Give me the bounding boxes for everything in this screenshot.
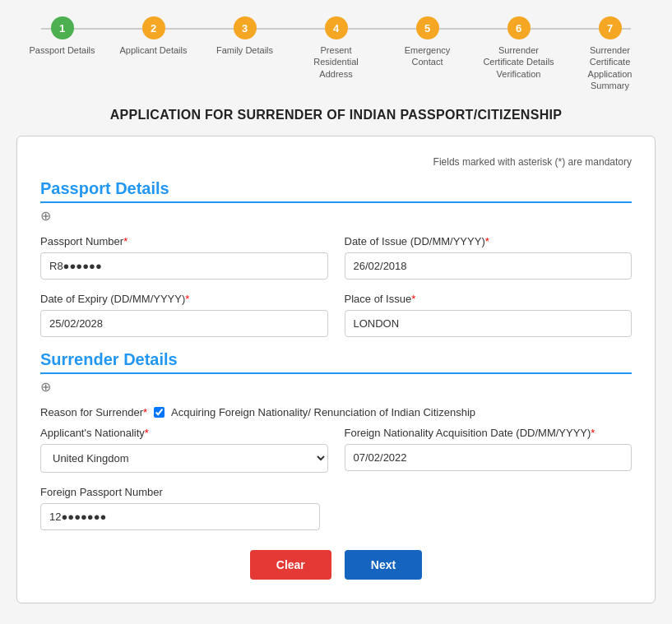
date-of-issue-label: Date of Issue (DD/MM/YYYY)* <box>345 235 633 247</box>
step-4[interactable]: 4 Present Residential Address <box>290 16 382 80</box>
step-6[interactable]: 6 Surrender Certificate Details Verifica… <box>473 16 564 80</box>
applicant-nationality-group: Applicant's Nationality* United Kingdom … <box>40 427 328 473</box>
form-container: Fields marked with asterisk (*) are mand… <box>16 136 656 603</box>
clear-button[interactable]: Clear <box>250 550 331 580</box>
reason-label: Reason for Surrender* <box>40 406 147 418</box>
step-circle-5: 5 <box>416 16 439 39</box>
applicant-nationality-label: Applicant's Nationality* <box>40 427 328 439</box>
step-label-3: Family Details <box>216 44 273 56</box>
reason-checkbox-label: Acquiring Foreign Nationality/ Renunciat… <box>171 406 475 418</box>
step-label-7: Surrender Certificate Application Summar… <box>573 44 647 91</box>
step-circle-7: 7 <box>599 16 622 39</box>
button-row: Clear Next <box>40 550 632 580</box>
step-circle-1: 1 <box>51 16 74 39</box>
step-label-2: Applicant Details <box>120 44 188 56</box>
step-circle-2: 2 <box>142 16 165 39</box>
page-title: APPLICATION FOR SURRENDER OF INDIAN PASS… <box>16 108 656 122</box>
step-3[interactable]: 3 Family Details <box>199 16 290 56</box>
step-1[interactable]: 1 Passport Details <box>16 16 108 56</box>
next-button[interactable]: Next <box>345 550 422 580</box>
step-2[interactable]: 2 Applicant Details <box>108 16 199 56</box>
reason-checkbox-row: Acquiring Foreign Nationality/ Renunciat… <box>154 406 475 418</box>
step-circle-4: 4 <box>325 16 348 39</box>
surrender-row-1: Applicant's Nationality* United Kingdom … <box>40 427 632 473</box>
step-circle-6: 6 <box>507 16 531 39</box>
reason-checkbox[interactable] <box>154 407 165 418</box>
applicant-nationality-select[interactable]: United Kingdom United States Canada Aust… <box>40 444 328 473</box>
step-5[interactable]: 5 Emergency Contact <box>382 16 473 68</box>
date-of-issue-input[interactable] <box>345 252 633 280</box>
date-of-expiry-label: Date of Expiry (DD/MM/YYYY)* <box>40 293 328 305</box>
step-label-5: Emergency Contact <box>391 44 465 68</box>
step-circle-3: 3 <box>234 16 257 39</box>
step-label-4: Present Residential Address <box>299 44 373 80</box>
surrender-section-icon: ⊕ <box>40 379 632 395</box>
step-label-1: Passport Details <box>29 44 95 56</box>
place-of-issue-label: Place of Issue* <box>345 293 633 305</box>
reason-row: Reason for Surrender* Acquiring Foreign … <box>40 406 632 418</box>
foreign-nationality-date-group: Foreign Nationality Acquisition Date (DD… <box>345 427 633 473</box>
date-of-issue-group: Date of Issue (DD/MM/YYYY)* <box>345 235 633 280</box>
surrender-row-2: Foreign Passport Number <box>40 486 632 530</box>
passport-number-group: Passport Number* <box>40 235 328 280</box>
step-label-6: Surrender Certificate Details Verificati… <box>482 44 556 80</box>
passport-section-icon: ⊕ <box>40 208 632 224</box>
surrender-section-title: Surrender Details <box>40 350 632 374</box>
passport-row-2: Date of Expiry (DD/MM/YYYY)* Place of Is… <box>40 293 632 337</box>
passport-number-input[interactable] <box>40 252 328 280</box>
step-7[interactable]: 7 Surrender Certificate Application Summ… <box>564 16 656 91</box>
place-of-issue-input[interactable] <box>345 310 633 337</box>
mandatory-note: Fields marked with asterisk (*) are mand… <box>40 156 632 168</box>
stepper: 1 Passport Details 2 Applicant Details 3… <box>16 16 656 91</box>
foreign-passport-group: Foreign Passport Number <box>40 486 320 530</box>
foreign-passport-label: Foreign Passport Number <box>40 486 320 498</box>
date-of-expiry-group: Date of Expiry (DD/MM/YYYY)* <box>40 293 328 337</box>
foreign-nationality-date-input[interactable] <box>345 444 633 471</box>
passport-number-label: Passport Number* <box>40 235 328 247</box>
place-of-issue-group: Place of Issue* <box>345 293 633 337</box>
passport-section-title: Passport Details <box>40 179 632 203</box>
foreign-nationality-date-label: Foreign Nationality Acquisition Date (DD… <box>345 427 633 439</box>
passport-row-1: Passport Number* Date of Issue (DD/MM/YY… <box>40 235 632 280</box>
foreign-passport-input[interactable] <box>40 503 320 530</box>
date-of-expiry-input[interactable] <box>40 310 328 337</box>
